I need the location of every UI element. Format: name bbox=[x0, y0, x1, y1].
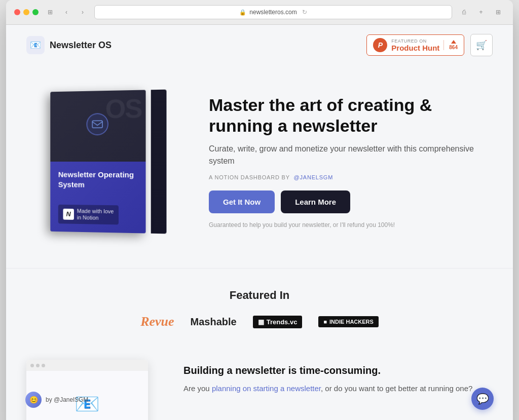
box-bottom-section: Newsletter Operating System N Made with … bbox=[50, 162, 145, 234]
hero-section: OS Newsletter Operating System bbox=[16, 65, 503, 268]
brand-icon: 📧 bbox=[26, 36, 45, 54]
indie-hackers-logo: ■ INDIE HACKERS bbox=[318, 316, 378, 327]
hero-headline: Master the art of creating & running a n… bbox=[209, 95, 483, 136]
url-text: newsletteros.com bbox=[249, 9, 296, 16]
cta-buttons: Get It Now Learn More bbox=[209, 190, 483, 213]
browser-navigation: ⊞ ‹ › bbox=[44, 7, 89, 17]
product-hunt-label: Product Hunt bbox=[391, 44, 439, 52]
featured-logos: Revue Mashable ▦ Trends.vc ■ INDIE HACKE… bbox=[26, 314, 493, 329]
indie-hackers-text: INDIE HACKERS bbox=[329, 319, 374, 325]
notion-text-line1: Made with love bbox=[77, 208, 114, 215]
grid-button[interactable]: ⊞ bbox=[492, 7, 505, 17]
browser-chrome: ⊞ ‹ › 🔒 newsletteros.com ↻ ⎙ + ⊞ bbox=[6, 0, 513, 25]
product-hunt-logo: P bbox=[373, 38, 387, 52]
get-it-now-button[interactable]: Get It Now bbox=[209, 190, 275, 213]
minimize-window-button[interactable] bbox=[23, 9, 29, 15]
product-hunt-text: FEATURED ON Product Hunt bbox=[391, 39, 439, 52]
mashable-logo: Mashable bbox=[191, 316, 237, 328]
back-button[interactable]: ‹ bbox=[60, 7, 73, 17]
product-box-image: OS Newsletter Operating System bbox=[36, 86, 178, 238]
upvote-triangle-icon bbox=[451, 40, 456, 44]
brand-name: Newsletter OS bbox=[50, 40, 112, 51]
attribution-prefix: A NOTION DASHBOARD BY bbox=[209, 174, 290, 180]
bottom-text-part1: Are you bbox=[183, 384, 212, 393]
notion-text: Made with love in Notion bbox=[77, 208, 114, 221]
notion-text-line2: in Notion bbox=[77, 214, 114, 221]
trends-vc-logo: ▦ Trends.vc bbox=[253, 316, 303, 328]
bottom-subtext: Are you planning on starting a newslette… bbox=[183, 383, 493, 395]
cart-button[interactable]: 🛒 bbox=[470, 34, 493, 56]
traffic-lights bbox=[14, 9, 39, 15]
box-side bbox=[151, 90, 167, 234]
chat-button[interactable]: 💬 bbox=[471, 388, 494, 410]
preview-window: 📧 bbox=[26, 360, 148, 420]
navbar: 📧 Newsletter OS P FEATURED ON Product Hu… bbox=[6, 25, 513, 65]
vote-count: 864 bbox=[449, 45, 458, 50]
chat-icon: 💬 bbox=[476, 393, 489, 405]
indie-hackers-icon: ■ bbox=[323, 319, 327, 325]
preview-dot-3 bbox=[42, 364, 45, 367]
author-avatar: 😊 bbox=[25, 392, 42, 408]
forward-button[interactable]: › bbox=[76, 7, 89, 17]
newsletter-link[interactable]: planning on starting a newsletter bbox=[212, 384, 321, 393]
product-hunt-badge[interactable]: P FEATURED ON Product Hunt 864 bbox=[366, 34, 464, 56]
bottom-text: Building a newsletter is time-consuming.… bbox=[183, 360, 493, 395]
bottom-headline: Building a newsletter is time-consuming. bbox=[183, 365, 493, 376]
share-button[interactable]: ⎙ bbox=[457, 7, 470, 17]
box-watermark: OS bbox=[105, 95, 142, 122]
address-bar[interactable]: 🔒 newsletteros.com ↻ bbox=[94, 5, 452, 19]
browser-actions: ⎙ + ⊞ bbox=[457, 7, 505, 17]
author-label: by @JanelSGM bbox=[46, 396, 88, 403]
featured-on-label: FEATURED ON bbox=[391, 39, 439, 44]
revue-logo: Revue bbox=[140, 314, 174, 329]
product-hunt-votes: 864 bbox=[443, 40, 458, 50]
navbar-right: P FEATURED ON Product Hunt 864 🛒 bbox=[366, 34, 493, 56]
close-window-button[interactable] bbox=[14, 9, 20, 15]
brand-logo[interactable]: 📧 Newsletter OS bbox=[26, 36, 112, 54]
preview-chrome bbox=[26, 360, 148, 371]
reload-icon: ↻ bbox=[302, 9, 307, 16]
bottom-text-part2: , or do you want to get better at runnin… bbox=[321, 384, 472, 393]
new-tab-button[interactable]: + bbox=[474, 7, 488, 17]
notion-badge: N Made with love in Notion bbox=[58, 204, 119, 224]
hero-text: Master the art of creating & running a n… bbox=[209, 95, 483, 229]
sidebar-toggle-button[interactable]: ⊞ bbox=[44, 7, 57, 17]
page-footer: 😊 by @JanelSGM bbox=[25, 392, 88, 408]
cart-icon: 🛒 bbox=[476, 40, 487, 51]
learn-more-button[interactable]: Learn More bbox=[281, 190, 350, 213]
bottom-section: 📧 Building a newsletter is time-consumin… bbox=[6, 345, 513, 420]
maximize-window-button[interactable] bbox=[32, 9, 39, 15]
box-title: Newsletter Operating System bbox=[58, 170, 138, 190]
featured-title: Featured In bbox=[26, 289, 493, 302]
svg-rect-0 bbox=[92, 121, 102, 128]
bottom-preview: 📧 bbox=[26, 360, 158, 420]
notion-attribution: A NOTION DASHBOARD BY @JANELSGM bbox=[209, 174, 483, 180]
featured-section: Featured In Revue Mashable ▦ Trends.vc ■… bbox=[6, 268, 513, 345]
preview-dot-1 bbox=[30, 364, 34, 367]
trends-text: Trends.vc bbox=[267, 318, 298, 326]
box-3d: OS Newsletter Operating System bbox=[50, 84, 166, 239]
guarantee-text: Guaranteed to help you build your newsle… bbox=[209, 221, 483, 228]
attribution-link[interactable]: @JANELSGM bbox=[294, 174, 333, 180]
box-top-section: OS bbox=[50, 90, 145, 162]
preview-dot-2 bbox=[36, 364, 40, 367]
security-lock-icon: 🔒 bbox=[239, 9, 246, 16]
trends-icon: ▦ bbox=[258, 318, 264, 326]
browser-window: ⊞ ‹ › 🔒 newsletteros.com ↻ ⎙ + ⊞ 📧 Newsl… bbox=[6, 0, 513, 420]
notion-logo: N bbox=[63, 209, 73, 220]
page-content: 📧 Newsletter OS P FEATURED ON Product Hu… bbox=[6, 25, 513, 420]
hero-subtext: Curate, write, grow and monetize your ne… bbox=[209, 143, 483, 167]
box-front: OS Newsletter Operating System bbox=[50, 90, 145, 233]
